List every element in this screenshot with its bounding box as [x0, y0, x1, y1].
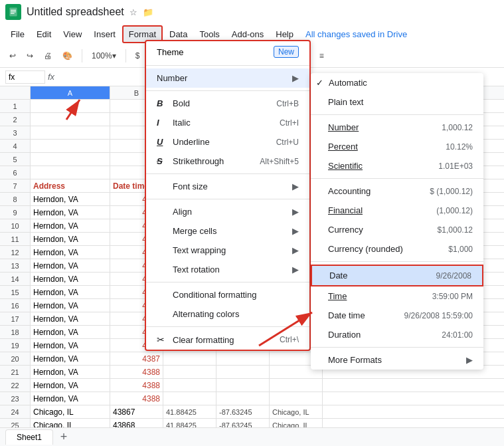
undo-button[interactable]: ↩ — [5, 49, 20, 63]
cell[interactable] — [216, 392, 270, 405]
format-clearformatting-item[interactable]: ✂ Clear formatting Ctrl+\ — [146, 330, 309, 350]
cell[interactable]: Herndon, VA — [31, 339, 110, 352]
cell[interactable] — [31, 140, 110, 152]
number-datetime-item[interactable]: Date time 9/26/2008 15:59:00 — [311, 306, 483, 325]
cell[interactable]: Herndon, VA — [31, 273, 110, 285]
paint-format-button[interactable]: 🎨 — [58, 49, 76, 63]
cell[interactable]: Herndon, VA — [31, 286, 110, 298]
format-fontsize-item[interactable]: Font size ▶ — [146, 177, 309, 196]
row-number: 3 — [0, 126, 31, 139]
number-accounting-item[interactable]: Accounting $ (1,000.12) — [311, 181, 483, 201]
currency-button[interactable]: $ — [131, 49, 144, 63]
row-number: 7 — [0, 179, 31, 192]
cell[interactable]: Herndon, VA — [31, 366, 110, 378]
format-conditional-item[interactable]: Conditional formatting — [146, 285, 309, 304]
more-button[interactable]: ≡ — [315, 49, 328, 63]
cell[interactable]: Herndon, VA — [31, 259, 110, 272]
number-number-item[interactable]: Number 1,000.12 — [311, 118, 483, 137]
format-textrotation-item[interactable]: Text rotation ▶ — [146, 260, 309, 279]
underline-label: Underline — [173, 137, 210, 147]
cell[interactable] — [163, 379, 216, 391]
cell[interactable]: 4388 — [110, 379, 163, 391]
cell[interactable] — [31, 126, 110, 139]
cell[interactable]: 4388 — [110, 392, 163, 405]
folder-icon[interactable]: 📁 — [143, 7, 153, 17]
menu-file[interactable]: File — [5, 27, 30, 42]
format-underline-item[interactable]: U Underline Ctrl+U — [146, 132, 309, 152]
number-submenu[interactable]: Automatic Plain text Number 1,000.12 Per… — [311, 73, 483, 370]
sheet-tab[interactable]: Sheet1 — [5, 429, 53, 445]
cell[interactable]: Chicago, IL — [31, 405, 110, 418]
cell[interactable]: 43867 — [110, 405, 163, 418]
number-automatic-item[interactable]: Automatic — [311, 73, 483, 92]
cell[interactable] — [163, 392, 216, 405]
cell[interactable]: Herndon, VA — [31, 193, 110, 205]
cell[interactable] — [163, 352, 216, 365]
number-currency-item[interactable]: Currency $1,000.12 — [311, 220, 483, 239]
cell[interactable]: Herndon, VA — [31, 326, 110, 338]
toolbar-separator-2 — [126, 49, 126, 62]
row-number: 11 — [0, 233, 31, 245]
cell[interactable] — [270, 379, 323, 391]
col-header-a[interactable]: A — [31, 86, 110, 99]
theme-menu-item[interactable]: Theme New — [146, 41, 309, 62]
cell[interactable]: 4387 — [110, 352, 163, 365]
cell[interactable]: Herndon, VA — [31, 299, 110, 312]
cell[interactable] — [31, 113, 110, 126]
number-currency-rounded-item[interactable]: Currency (rounded) $1,000 — [311, 239, 483, 259]
format-mergecells-item[interactable]: Merge cells ▶ — [146, 221, 309, 241]
datetime-value: 9/26/2008 15:59:00 — [404, 311, 473, 320]
cell[interactable]: 41.88425 — [163, 405, 216, 418]
row-number: 12 — [0, 246, 31, 259]
format-strikethrough-item[interactable]: S Strikethrough Alt+Shift+5 — [146, 152, 309, 171]
cell[interactable]: Herndon, VA — [31, 312, 110, 325]
cell[interactable]: Herndon, VA — [31, 206, 110, 219]
number-time-item[interactable]: Time 3:59:00 PM — [311, 286, 483, 306]
star-icon[interactable]: ☆ — [129, 7, 137, 17]
cell[interactable]: Herndon, VA — [31, 219, 110, 232]
cell-reference-input[interactable] — [5, 70, 45, 84]
cell[interactable]: Herndon, VA — [31, 392, 110, 405]
cell[interactable] — [31, 153, 110, 166]
cell[interactable]: Herndon, VA — [31, 352, 110, 365]
cell[interactable]: 4388 — [110, 366, 163, 378]
cell[interactable] — [216, 379, 270, 391]
new-badge: New — [274, 46, 299, 58]
number-duration-item[interactable]: Duration 24:01:00 — [311, 325, 483, 344]
cell[interactable]: -87.63245 — [216, 405, 270, 418]
cell[interactable] — [31, 100, 110, 112]
cell[interactable] — [216, 366, 270, 378]
add-sheet-button[interactable]: + — [56, 429, 72, 445]
datetime-label: Date time — [328, 310, 365, 320]
cell[interactable] — [31, 166, 110, 179]
cell[interactable]: Herndon, VA — [31, 246, 110, 259]
menu-separator-1 — [146, 65, 309, 66]
strikethrough-shortcut: Alt+Shift+5 — [260, 157, 299, 166]
format-menu[interactable]: Theme New Number ▶ B Bold Ctrl+B I Itali… — [145, 40, 311, 351]
print-button[interactable]: 🖨 — [40, 49, 56, 63]
format-bold-item[interactable]: B Bold Ctrl+B — [146, 94, 309, 113]
number-financial-item[interactable]: Financial (1,000.12) — [311, 201, 483, 220]
format-textwrapping-item[interactable]: Text wrapping ▶ — [146, 241, 309, 260]
menu-edit[interactable]: Edit — [31, 27, 56, 42]
cell[interactable]: Herndon, VA — [31, 233, 110, 245]
number-date-item[interactable]: Date 9/26/2008 — [311, 265, 483, 286]
redo-button[interactable]: ↪ — [23, 49, 37, 63]
cell[interactable]: Chicago, IL — [270, 405, 323, 418]
number-plaintext-item[interactable]: Plain text — [311, 92, 483, 112]
number-scientific-item[interactable]: Scientific 1.01E+03 — [311, 156, 483, 175]
menu-view[interactable]: View — [58, 27, 87, 42]
zoom-select[interactable]: 100% ▾ — [88, 49, 120, 63]
number-moreformats-item[interactable]: More Formats ▶ — [311, 350, 483, 370]
format-number-item[interactable]: Number ▶ — [146, 68, 309, 88]
cell[interactable]: Address — [31, 179, 110, 192]
format-italic-item[interactable]: I Italic Ctrl+I — [146, 113, 309, 132]
number-percent-item[interactable]: Percent 10.12% — [311, 137, 483, 156]
menu-insert[interactable]: Insert — [88, 27, 121, 42]
cell[interactable] — [216, 352, 270, 365]
cell[interactable]: Herndon, VA — [31, 379, 110, 391]
cell[interactable] — [270, 392, 323, 405]
format-alternating-item[interactable]: Alternating colors — [146, 304, 309, 324]
format-align-item[interactable]: Align ▶ — [146, 202, 309, 221]
cell[interactable] — [163, 366, 216, 378]
